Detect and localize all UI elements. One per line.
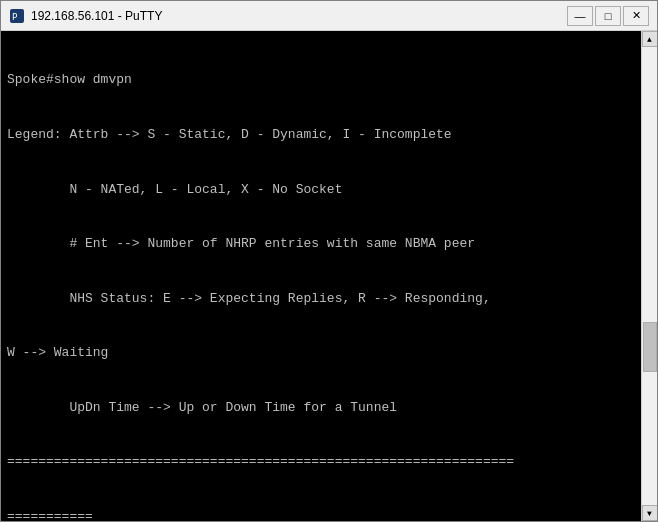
scroll-down-button[interactable]: ▼ (642, 505, 658, 521)
terminal-line-9: =========== (7, 508, 635, 521)
terminal-line-1: Spoke#show dmvpn (7, 71, 635, 89)
putty-icon: P (9, 8, 25, 24)
terminal-line-3: N - NATed, L - Local, X - No Socket (7, 181, 635, 199)
title-bar: P 192.168.56.101 - PuTTY — □ ✕ (1, 1, 657, 31)
window-controls: — □ ✕ (567, 6, 649, 26)
putty-window: P 192.168.56.101 - PuTTY — □ ✕ Spoke#sho… (0, 0, 658, 522)
scroll-up-button[interactable]: ▲ (642, 31, 658, 47)
terminal-line-7: UpDn Time --> Up or Down Time for a Tunn… (7, 399, 635, 417)
terminal-output[interactable]: Spoke#show dmvpn Legend: Attrb --> S - S… (1, 31, 641, 521)
terminal-line-4: # Ent --> Number of NHRP entries with sa… (7, 235, 635, 253)
svg-text:P: P (12, 12, 18, 22)
close-button[interactable]: ✕ (623, 6, 649, 26)
terminal-container: Spoke#show dmvpn Legend: Attrb --> S - S… (1, 31, 657, 521)
vertical-scrollbar[interactable]: ▲ ▼ (641, 31, 657, 521)
scrollbar-thumb[interactable] (643, 322, 657, 372)
terminal-line-2: Legend: Attrb --> S - Static, D - Dynami… (7, 126, 635, 144)
terminal-line-8: ========================================… (7, 453, 635, 471)
maximize-button[interactable]: □ (595, 6, 621, 26)
window-title: 192.168.56.101 - PuTTY (31, 9, 567, 23)
terminal-line-6: W --> Waiting (7, 344, 635, 362)
minimize-button[interactable]: — (567, 6, 593, 26)
scrollbar-track[interactable] (642, 47, 657, 505)
terminal-line-5: NHS Status: E --> Expecting Replies, R -… (7, 290, 635, 308)
